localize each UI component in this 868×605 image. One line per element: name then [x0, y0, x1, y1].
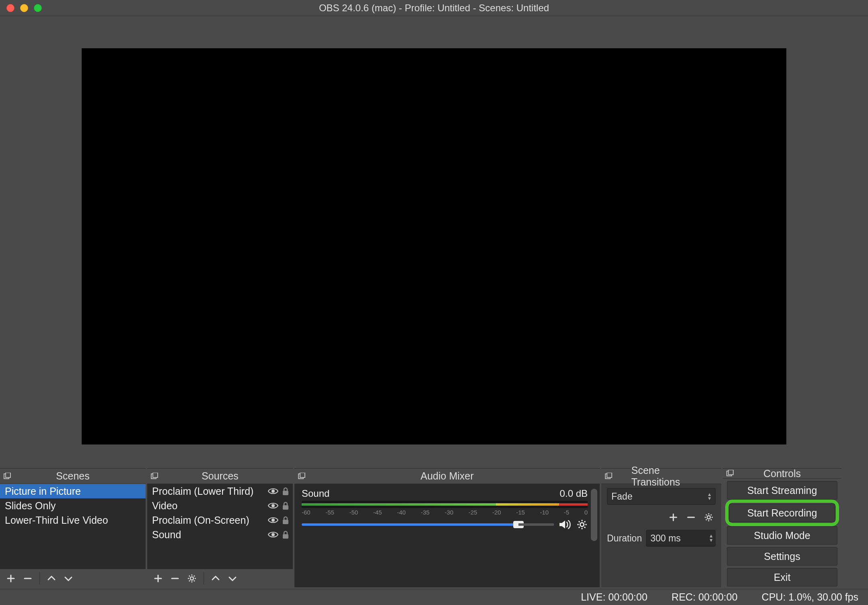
svg-rect-14: [300, 473, 305, 477]
window-title: OBS 24.0.6 (mac) - Profile: Untitled - S…: [319, 2, 549, 14]
channel-name: Sound: [302, 488, 560, 499]
obs-window: OBS 24.0.6 (mac) - Profile: Untitled - S…: [0, 0, 868, 605]
transition-properties-button[interactable]: [702, 510, 716, 524]
volume-slider-thumb[interactable]: [513, 521, 524, 528]
gear-icon[interactable]: [576, 519, 588, 530]
svg-rect-7: [283, 505, 288, 510]
svg-point-10: [272, 533, 275, 536]
sources-toolbar: [147, 569, 293, 587]
settings-button[interactable]: Settings: [727, 547, 837, 566]
studio-mode-button[interactable]: Studio Mode: [727, 526, 837, 545]
duration-value: 300 ms: [650, 533, 681, 544]
mixer-scrollbar[interactable]: [591, 489, 597, 541]
minimize-window-button[interactable]: [20, 4, 28, 12]
scenes-list[interactable]: Picture in PictureSlides OnlyLower-Third…: [0, 484, 146, 569]
move-source-down-button[interactable]: [226, 572, 239, 585]
svg-point-12: [190, 577, 193, 580]
popout-icon[interactable]: [2, 471, 12, 481]
speaker-icon[interactable]: [559, 519, 572, 530]
source-label: Video: [152, 500, 268, 512]
tick-label: -35: [421, 509, 430, 516]
controls-body: Start StreamingStart RecordingStudio Mod…: [723, 479, 841, 589]
move-scene-up-button[interactable]: [45, 572, 58, 585]
svg-point-15: [580, 523, 584, 526]
add-source-button[interactable]: [151, 572, 165, 585]
exit-button[interactable]: Exit: [727, 568, 837, 586]
move-scene-down-button[interactable]: [62, 572, 75, 585]
source-label: Proclaim (Lower Third): [152, 486, 268, 497]
sources-title: Sources: [202, 470, 239, 482]
duration-label: Duration: [607, 533, 642, 544]
preview-canvas[interactable]: [82, 48, 786, 444]
tick-label: -25: [469, 509, 477, 516]
svg-rect-3: [153, 473, 158, 477]
scene-item[interactable]: Slides Only: [0, 498, 146, 513]
visibility-icon[interactable]: [268, 502, 278, 510]
remove-source-button[interactable]: [168, 572, 182, 585]
svg-point-8: [272, 519, 275, 522]
move-source-up-button[interactable]: [209, 572, 222, 585]
tick-label: -45: [373, 509, 382, 516]
visibility-icon[interactable]: [268, 516, 278, 524]
remove-transition-button[interactable]: [684, 510, 698, 524]
audio-meter: [302, 501, 588, 508]
controls-title: Controls: [763, 468, 801, 479]
mixer-title: Audio Mixer: [421, 470, 474, 482]
audio-mixer-dock: Audio Mixer Sound 0.0 dB -60-55-50-45-40…: [294, 468, 600, 587]
popout-icon[interactable]: [725, 469, 735, 478]
add-scene-button[interactable]: [4, 572, 18, 585]
scenes-toolbar: [0, 569, 146, 587]
source-label: Proclaim (On-Screen): [152, 514, 268, 526]
source-item[interactable]: Sound: [147, 527, 293, 542]
scenes-dock: Scenes Picture in PictureSlides OnlyLowe…: [0, 468, 146, 587]
tick-label: -60: [302, 509, 311, 516]
source-properties-button[interactable]: [185, 572, 199, 585]
transition-select[interactable]: Fade ▲▼: [607, 488, 716, 505]
source-item[interactable]: Proclaim (Lower Third): [147, 484, 293, 498]
svg-point-18: [707, 516, 710, 519]
start-recording-button[interactable]: Start Recording: [729, 504, 835, 522]
close-window-button[interactable]: [6, 4, 14, 12]
statusbar: LIVE: 00:00:00 REC: 00:00:00 CPU: 1.0%, …: [0, 589, 868, 605]
visibility-icon[interactable]: [268, 487, 278, 495]
tick-label: -55: [325, 509, 334, 516]
duration-input[interactable]: 300 ms ▲▼: [646, 530, 716, 547]
fullscreen-window-button[interactable]: [34, 4, 42, 12]
transitions-dock: Scene Transitions Fade ▲▼ Duration 300 m…: [601, 468, 721, 587]
sources-list[interactable]: Proclaim (Lower Third)VideoProclaim (On-…: [147, 484, 293, 569]
duration-spinner[interactable]: ▲▼: [709, 534, 714, 543]
visibility-icon[interactable]: [268, 531, 278, 539]
popout-icon[interactable]: [604, 471, 613, 481]
highlight-annotation: Start Recording: [725, 500, 839, 526]
preview-area: [0, 16, 868, 468]
status-live: LIVE: 00:00:00: [581, 591, 647, 603]
tick-label: -50: [350, 509, 358, 516]
lock-icon[interactable]: [282, 501, 290, 510]
volume-slider[interactable]: [302, 523, 554, 526]
scene-item[interactable]: Picture in Picture: [0, 484, 146, 498]
status-cpu: CPU: 1.0%, 30.00 fps: [762, 591, 858, 603]
controls-dock: Controls Start StreamingStart RecordingS…: [723, 468, 841, 587]
tick-label: -20: [492, 509, 501, 516]
scene-item[interactable]: Lower-Third Live Video: [0, 513, 146, 527]
scenes-title: Scenes: [56, 470, 89, 482]
source-item[interactable]: Proclaim (On-Screen): [147, 513, 293, 527]
popout-icon[interactable]: [150, 471, 159, 481]
lock-icon[interactable]: [282, 530, 290, 539]
tick-label: -40: [397, 509, 406, 516]
transitions-title: Scene Transitions: [631, 465, 691, 488]
source-item[interactable]: Video: [147, 498, 293, 513]
remove-scene-button[interactable]: [21, 572, 35, 585]
start-streaming-button[interactable]: Start Streaming: [727, 481, 837, 500]
select-arrows-icon: ▲▼: [707, 492, 712, 500]
svg-rect-17: [607, 473, 612, 477]
svg-rect-11: [283, 534, 288, 539]
channel-db: 0.0 dB: [560, 488, 588, 499]
docks-row: Scenes Picture in PictureSlides OnlyLowe…: [0, 468, 868, 589]
svg-point-4: [272, 490, 275, 493]
lock-icon[interactable]: [282, 516, 290, 525]
svg-point-6: [272, 504, 275, 507]
add-transition-button[interactable]: [666, 510, 680, 524]
popout-icon[interactable]: [297, 471, 306, 481]
lock-icon[interactable]: [282, 487, 290, 496]
